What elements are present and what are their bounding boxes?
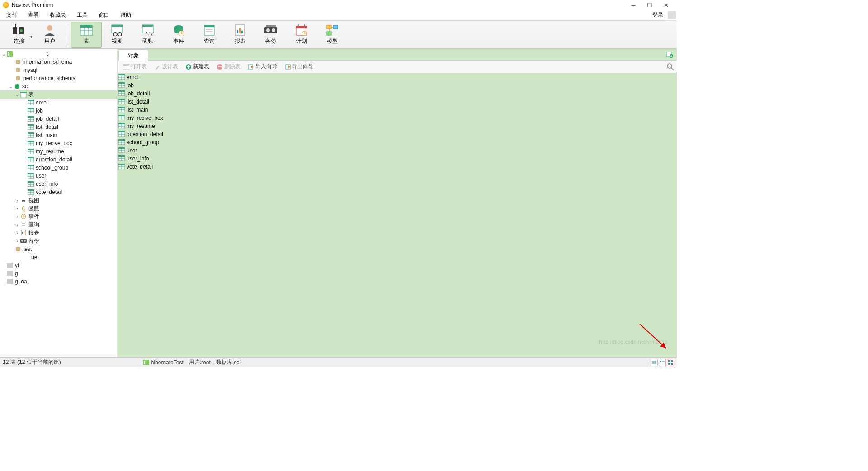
view-list-button[interactable] <box>651 359 658 366</box>
tool-view[interactable]: 视图 <box>102 22 132 48</box>
tool-query[interactable]: 查询 <box>194 22 225 48</box>
tree-table-question_detail[interactable]: question_detail <box>0 155 117 164</box>
tree-folder-event[interactable]: ›事件 <box>0 212 117 221</box>
avatar-icon[interactable] <box>668 11 676 19</box>
expand-icon[interactable]: › <box>14 206 20 211</box>
tree-table-label: question_detail <box>36 156 72 163</box>
tree-db-partial-a[interactable]: ue <box>0 253 117 261</box>
tool-table[interactable]: 表 <box>71 22 102 48</box>
tree-folder-func[interactable]: ›f()函数 <box>0 204 117 212</box>
menu-window[interactable]: 窗口 <box>93 10 115 20</box>
expand-icon[interactable]: › <box>14 239 20 244</box>
tree-folder-backup[interactable]: ›备份 <box>0 237 117 245</box>
tree-folder-report[interactable]: ›报表 <box>0 229 117 237</box>
tree-connection-d[interactable]: g. oa <box>0 278 117 286</box>
tree-table-my_recive_box[interactable]: my_recive_box <box>0 139 117 147</box>
search-icon[interactable] <box>667 63 674 71</box>
tree-table-my_resume[interactable]: my_resume <box>0 147 117 155</box>
list-item-school_group[interactable]: school_group <box>118 138 677 146</box>
tree-table-user_info[interactable]: user_info <box>0 180 117 188</box>
list-item-job_detail[interactable]: job_detail <box>118 89 677 98</box>
list-item-job[interactable]: job <box>118 81 677 89</box>
tool-event[interactable]: 事件 <box>163 22 194 48</box>
tree-table-school_group[interactable]: school_group <box>0 164 117 172</box>
new-table-button[interactable]: 新建表 <box>183 62 212 71</box>
tree-connection-c[interactable]: g <box>0 269 117 278</box>
list-item-question_detail[interactable]: question_detail <box>118 130 677 138</box>
list-item-enrol[interactable]: enrol <box>118 73 677 81</box>
tree-table-user[interactable]: user <box>0 172 117 180</box>
object-list[interactable]: enroljobjob_detaillist_detaillist_mainmy… <box>118 73 677 357</box>
tree-db-mysql[interactable]: mysql <box>0 66 117 74</box>
list-item-user_info[interactable]: user_info <box>118 155 677 163</box>
login-button[interactable]: 登录 <box>650 10 666 20</box>
menu-view[interactable]: 查看 <box>23 10 44 20</box>
menu-fav[interactable]: 收藏夹 <box>44 10 71 20</box>
tree-table-job_detail[interactable]: job_detail <box>0 115 117 123</box>
minimize-button[interactable]: ─ <box>625 2 642 9</box>
expand-icon[interactable]: ⌄ <box>8 84 14 89</box>
status-db: scl <box>234 359 241 366</box>
tree-table-vote_detail[interactable]: vote_detail <box>0 188 117 196</box>
list-item-vote_detail[interactable]: vote_detail <box>118 163 677 171</box>
tree-connection[interactable]: ⌄ t <box>0 50 117 58</box>
table-icon <box>118 164 126 170</box>
import-wizard-button[interactable]: 导入向导 <box>245 62 280 71</box>
svg-rect-187 <box>144 361 145 364</box>
new-tab-icon[interactable] <box>666 51 674 59</box>
menu-file[interactable]: 文件 <box>1 10 23 20</box>
view-detail-button[interactable] <box>659 359 666 366</box>
design-table-button[interactable]: 设计表 <box>151 62 181 71</box>
tree-folder-table[interactable]: ⌄表 <box>0 90 117 99</box>
expand-icon[interactable]: ⌄ <box>1 52 6 57</box>
menu-help[interactable]: 帮助 <box>115 10 137 20</box>
list-item-my_resume[interactable]: my_resume <box>118 122 677 130</box>
svg-rect-114 <box>24 231 24 234</box>
close-button[interactable]: ✕ <box>658 2 674 9</box>
menu-tools[interactable]: 工具 <box>71 10 93 20</box>
main-toolbar: 连接▾ 用户 表 视图 f(x) 函数 事件 查询 报表 备份 计划 模型 <box>0 21 677 49</box>
list-item-list_main[interactable]: list_main <box>118 106 677 114</box>
tool-report[interactable]: 报表 <box>225 22 255 48</box>
list-item-user[interactable]: user <box>118 146 677 155</box>
tree-db-test[interactable]: test <box>0 245 117 253</box>
open-table-button[interactable]: 打开表 <box>120 62 150 71</box>
sidebar-tree[interactable]: ⌄ t information_schema mysql performance… <box>0 49 118 357</box>
tree-db-scl[interactable]: ⌄scl <box>0 82 117 90</box>
expand-icon[interactable]: › <box>14 214 20 219</box>
tool-table-label: 表 <box>84 38 89 45</box>
tree-table-enrol[interactable]: enrol <box>0 99 117 107</box>
tool-backup-label: 备份 <box>265 38 276 45</box>
svg-rect-39 <box>296 26 307 28</box>
export-wizard-button[interactable]: 导出向导 <box>282 62 316 71</box>
list-item-list_detail[interactable]: list_detail <box>118 98 677 106</box>
expand-icon[interactable]: ⌄ <box>14 92 20 97</box>
tool-connect[interactable]: 连接▾ <box>4 22 34 48</box>
list-item-my_recive_box[interactable]: my_recive_box <box>118 114 677 122</box>
tree-table-list_main[interactable]: list_main <box>0 131 117 139</box>
svg-rect-178 <box>118 155 125 157</box>
tool-model[interactable]: 模型 <box>317 22 348 48</box>
tool-backup[interactable]: 备份 <box>255 22 286 48</box>
tree-table-list_detail[interactable]: list_detail <box>0 123 117 131</box>
tree-folder-view[interactable]: ›∞视图 <box>0 196 117 204</box>
expand-icon[interactable]: › <box>14 198 20 203</box>
tree-db-info-schema[interactable]: information_schema <box>0 58 117 66</box>
tool-user[interactable]: 用户 <box>34 22 65 48</box>
tree-db-perf[interactable]: performance_schema <box>0 74 117 82</box>
tab-object[interactable]: 对象 <box>118 49 148 61</box>
maximize-button[interactable]: ☐ <box>642 2 658 9</box>
tree-connection-b[interactable]: yi <box>0 261 117 269</box>
func-folder-icon: f() <box>20 205 27 212</box>
tree-table-job[interactable]: job <box>0 107 117 115</box>
tool-plan[interactable]: 计划 <box>286 22 317 48</box>
svg-rect-57 <box>20 92 27 93</box>
table-icon <box>27 156 34 163</box>
svg-rect-13 <box>112 25 123 27</box>
tree-folder-query[interactable]: ›查询 <box>0 221 117 229</box>
expand-icon[interactable]: › <box>14 231 20 236</box>
view-grid-button[interactable] <box>667 359 674 366</box>
delete-table-button[interactable]: 删除表 <box>214 62 243 71</box>
expand-icon[interactable]: › <box>14 222 20 227</box>
tool-func[interactable]: f(x) 函数 <box>132 22 163 48</box>
